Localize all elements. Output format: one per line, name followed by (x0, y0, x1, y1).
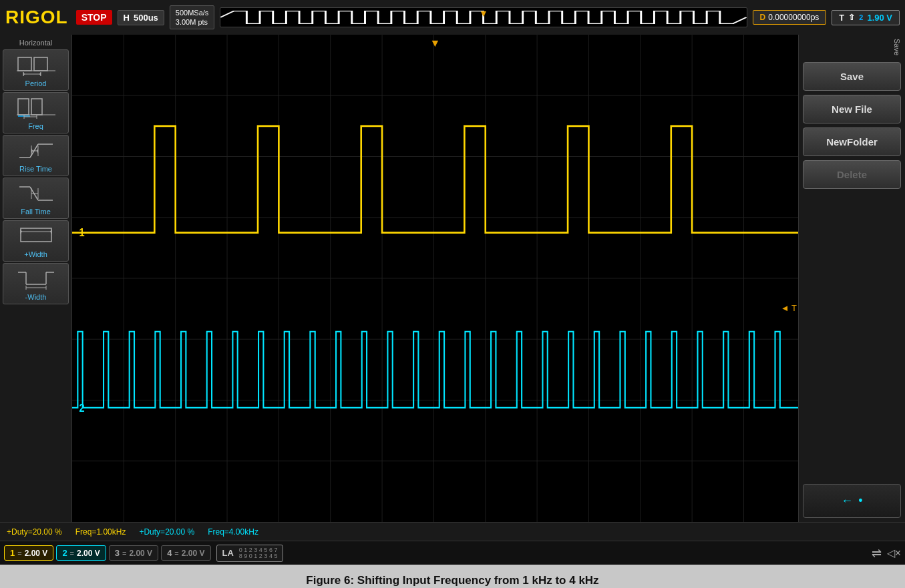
freq-button[interactable]: Freq (3, 92, 69, 133)
la-block[interactable]: LA 0 1 2 3 4 5 6 7 8 9 0 1 2 3 4 5 (216, 545, 284, 562)
ch3-voltage: 2.00 V (129, 549, 152, 558)
ch4-coupling: = (174, 549, 178, 557)
svg-marker-34 (50, 230, 51, 234)
rise-time-icon (16, 138, 56, 164)
delay-box: D 0.00000000ps (753, 10, 827, 25)
la-grid-bot: 8 9 0 1 2 3 4 5 (239, 553, 278, 559)
meas-freq-ch2: Freq=4.00kHz (208, 527, 258, 537)
svg-marker-6 (23, 72, 25, 76)
sidebar-title: Horizontal (3, 37, 69, 48)
trigger-right-marker: ◄ T (781, 303, 797, 313)
sample-rate: 500MSa/s (176, 8, 209, 17)
nav-left-icon: ← (841, 494, 853, 508)
h-label: H (124, 13, 130, 23)
rise-time-button[interactable]: Rise Time (3, 135, 69, 176)
grid (72, 35, 798, 522)
ch2-coupling: = (70, 549, 74, 557)
right-sidebar: Save Save New File NewFolder Delete ← • (798, 35, 905, 522)
meas-freq-ch1: Freq=1.00kHz (75, 527, 126, 537)
caption-text: Figure 6: Shifting Input Frequency from … (306, 574, 598, 587)
logo: RIGOL (5, 7, 68, 28)
ch2-block[interactable]: 2 = 2.00 V (56, 545, 106, 561)
ch1-num: 1 (10, 548, 15, 558)
d-label: D (760, 13, 766, 22)
ch1-voltage: 2.00 V (25, 549, 48, 558)
t-voltage: 1.90 V (867, 13, 892, 23)
svg-marker-7 (39, 72, 41, 76)
ch4-voltage: 2.00 V (182, 549, 205, 558)
neg-width-button[interactable]: -Width (3, 263, 69, 304)
ch4-num: 4 (167, 548, 172, 558)
svg-marker-33 (21, 230, 22, 234)
ch2-waveform: 2 (72, 35, 798, 522)
neg-width-label: -Width (25, 293, 47, 301)
svg-rect-0 (18, 57, 31, 71)
freq-label: Freq (28, 122, 43, 130)
period-icon (16, 53, 56, 78)
ch1-coupling: = (17, 549, 21, 557)
svg-rect-1 (34, 57, 47, 71)
measurements-bar: +Duty=20.00 % Freq=1.00kHz +Duty=20.00 %… (0, 522, 905, 541)
svg-rect-8 (18, 99, 29, 115)
svg-rect-9 (31, 99, 42, 115)
period-label: Period (25, 79, 47, 87)
stop-badge: STOP (76, 10, 112, 25)
freq-icon (16, 95, 56, 121)
pos-width-button[interactable]: +Width (3, 220, 69, 262)
period-button[interactable]: Period (3, 49, 69, 91)
rise-time-label: Rise Time (19, 165, 52, 173)
svg-rect-29 (21, 228, 51, 242)
sound-icon: ◁× (887, 547, 901, 559)
sample-info: 500MSa/s 3.00M pts (170, 5, 215, 30)
top-bar: RIGOL STOP H 500us 500MSa/s 3.00M pts ▼ … (0, 0, 905, 35)
ch2-voltage: 2.00 V (77, 549, 100, 558)
figure-caption: Figure 6: Shifting Input Frequency from … (0, 565, 905, 588)
meas-duty-ch2: +Duty=20.00 % (139, 527, 194, 537)
ch1-waveform: 1 (72, 35, 798, 522)
save-label-vertical: Save (803, 39, 901, 55)
ch4-block[interactable]: 4 = 2.00 V (161, 545, 210, 561)
left-sidebar: Horizontal Period (0, 35, 72, 522)
trigger-top-marker: ▼ (430, 37, 441, 49)
meas-duty-ch1: +Duty=20.00 % (7, 527, 62, 537)
main-area: Horizontal Period (0, 35, 905, 522)
timebase-value: 500us (134, 13, 158, 23)
t-label: T (839, 13, 844, 23)
fall-time-button[interactable]: Fall Time (3, 178, 69, 219)
nav-button[interactable]: ← • (803, 484, 901, 518)
trigger-box: T ⇧ 2 1.90 V (832, 10, 900, 25)
svg-text:2: 2 (79, 402, 84, 414)
new-file-button[interactable]: New File (803, 95, 901, 123)
nav-dot-icon: • (858, 494, 862, 508)
channel-bar: 1 = 2.00 V 2 = 2.00 V 3 = 2.00 V 4 = 2.0… (0, 541, 905, 565)
svg-text:1: 1 (79, 227, 85, 239)
ch3-num: 3 (115, 548, 120, 558)
ch3-coupling: = (122, 549, 126, 557)
neg-width-icon (16, 266, 56, 292)
ch1-block[interactable]: 1 = 2.00 V (4, 545, 53, 561)
pts: 3.00M pts (176, 17, 209, 27)
waveform-preview: ▼ (220, 7, 747, 27)
la-label: LA (222, 548, 234, 558)
d-value: 0.00000000ps (768, 13, 819, 22)
delete-button[interactable]: Delete (803, 160, 901, 189)
pos-width-label: +Width (24, 250, 47, 258)
save-button[interactable]: Save (803, 62, 901, 91)
timebase-box[interactable]: H 500us (118, 10, 164, 25)
svg-marker-22 (37, 148, 38, 154)
osc-display: 1 2 ▼ ◄ T (72, 35, 798, 522)
fall-time-label: Fall Time (21, 208, 51, 216)
ch3-block[interactable]: 3 = 2.00 V (109, 545, 158, 561)
t-channel: 2 (859, 13, 863, 21)
ch2-num: 2 (62, 548, 67, 558)
usb-icon: ⇌ (872, 546, 882, 561)
pos-width-icon (16, 224, 56, 249)
fall-time-icon (16, 181, 56, 206)
nav-arrows: ⇌ ◁× (872, 546, 901, 561)
new-folder-button[interactable]: NewFolder (803, 127, 901, 156)
